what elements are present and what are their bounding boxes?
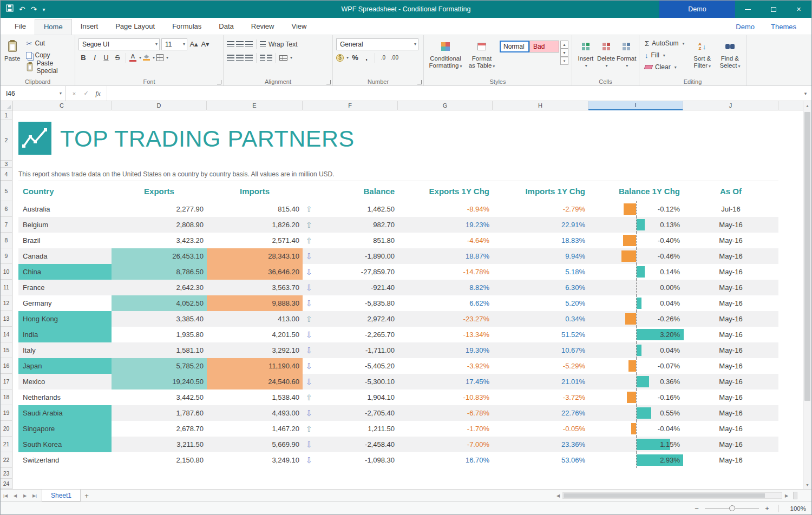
cell-balance[interactable]: 851.80 bbox=[303, 233, 398, 248]
column-header-F[interactable]: F bbox=[303, 101, 398, 110]
cell-exports[interactable]: 5,785.20 bbox=[112, 358, 207, 374]
cell-balance[interactable]: 1,904.10 bbox=[303, 389, 398, 405]
borders-button[interactable] bbox=[156, 54, 163, 61]
column-header-H[interactable]: H bbox=[493, 101, 588, 110]
add-sheet-button[interactable]: + bbox=[81, 492, 93, 500]
format-as-table-button[interactable]: Format as Table▾ bbox=[466, 37, 497, 70]
cell-balance[interactable]: -921.40 bbox=[303, 280, 398, 295]
row-header-8[interactable]: 8 bbox=[1, 233, 12, 248]
cell-exports[interactable]: 26,453.10 bbox=[112, 248, 207, 264]
cell-exports-chg[interactable]: -1.70% bbox=[398, 421, 493, 437]
cell-imports-chg[interactable]: 22.91% bbox=[493, 217, 588, 233]
cell-balance[interactable]: -2,705.40 bbox=[303, 405, 398, 421]
column-header-I[interactable]: I bbox=[588, 101, 683, 110]
chevron-down-icon[interactable]: ▾ bbox=[139, 55, 141, 60]
row-header-17[interactable]: 17 bbox=[1, 374, 12, 389]
undo-icon[interactable]: ↶ bbox=[19, 5, 25, 14]
conditional-formatting-button[interactable]: Conditional Formatting▾ bbox=[427, 37, 464, 70]
cell-exports-chg[interactable]: -8.94% bbox=[398, 201, 493, 217]
fill-color-button[interactable] bbox=[143, 55, 150, 61]
cell-balance-chg[interactable]: 2.93% bbox=[588, 452, 683, 468]
cell-exports-chg[interactable]: 17.45% bbox=[398, 374, 493, 389]
font-dialog-launcher[interactable] bbox=[217, 80, 221, 84]
align-middle-button[interactable] bbox=[236, 41, 244, 47]
fill-button[interactable]: ↓ Fill ▾ bbox=[643, 49, 689, 61]
row-header-2[interactable]: 2 bbox=[1, 120, 12, 161]
chevron-down-icon[interactable]: ▾ bbox=[346, 55, 349, 60]
cell-country[interactable]: Mexico bbox=[18, 374, 112, 389]
zoom-slider[interactable] bbox=[705, 508, 759, 509]
cell-balance-chg[interactable]: 0.36% bbox=[588, 374, 683, 389]
cell-exports-chg[interactable]: -3.92% bbox=[398, 358, 493, 374]
font-name-combo[interactable]: Segoe UI▾ bbox=[78, 38, 160, 50]
cell-style-normal[interactable]: Normal bbox=[500, 41, 529, 52]
cell-country[interactable]: France bbox=[18, 280, 112, 295]
cell-imports[interactable]: 1,826.20⇧ bbox=[207, 217, 303, 233]
cell-exports-chg[interactable]: 8.82% bbox=[398, 280, 493, 295]
cell-as-of[interactable]: May-16 bbox=[683, 389, 778, 405]
name-box[interactable]: I46 ▾ bbox=[1, 86, 66, 101]
chevron-down-icon[interactable]: ▾ bbox=[166, 55, 168, 60]
row-header-1[interactable]: 1 bbox=[1, 110, 12, 120]
decrease-decimal-button[interactable]: .00 bbox=[390, 55, 400, 61]
row-header-15[interactable]: 15 bbox=[1, 342, 12, 358]
next-sheet-button[interactable]: ▶ bbox=[20, 493, 30, 498]
cell-country[interactable]: South Korea bbox=[18, 437, 112, 452]
cell-as-of[interactable]: May-16 bbox=[683, 405, 778, 421]
ribbon-tab-insert[interactable]: Insert bbox=[72, 19, 107, 35]
cell-as-of[interactable]: May-16 bbox=[683, 311, 778, 327]
sort-filter-button[interactable]: AZ ↓ Sort & Filter▾ bbox=[689, 37, 716, 73]
scroll-up-icon[interactable]: ▲ bbox=[803, 101, 811, 110]
alignment-dialog-launcher[interactable] bbox=[326, 80, 331, 84]
first-sheet-button[interactable]: |◀ bbox=[1, 493, 10, 498]
decrease-indent-button[interactable] bbox=[260, 55, 265, 61]
cell-balance-chg[interactable]: -0.07% bbox=[588, 358, 683, 374]
ribbon-link-themes[interactable]: Themes bbox=[771, 23, 796, 31]
prev-sheet-button[interactable]: ◀ bbox=[10, 493, 20, 498]
cell-exports-chg[interactable]: -7.00% bbox=[398, 437, 493, 452]
cell-as-of[interactable]: Jul-16 bbox=[683, 201, 778, 217]
cell-imports-chg[interactable]: 5.20% bbox=[493, 295, 588, 311]
cell-exports[interactable]: 1,935.80 bbox=[112, 327, 207, 342]
cell-imports[interactable]: 815.40⇧ bbox=[207, 201, 303, 217]
cell-balance[interactable]: -27,859.70 bbox=[303, 264, 398, 280]
ribbon-link-demo[interactable]: Demo bbox=[736, 23, 755, 31]
align-center-button[interactable] bbox=[236, 55, 244, 61]
ribbon-tab-file[interactable]: File bbox=[6, 19, 35, 35]
cell-balance-chg[interactable]: -0.12% bbox=[588, 201, 683, 217]
cell-imports-chg[interactable]: 5.18% bbox=[493, 264, 588, 280]
cell-exports[interactable]: 2,277.90 bbox=[112, 201, 207, 217]
cell-exports-chg[interactable]: 6.62% bbox=[398, 295, 493, 311]
cell-balance[interactable]: -1,098.30 bbox=[303, 452, 398, 468]
cell-imports[interactable]: 11,190.40⇩ bbox=[207, 358, 303, 374]
cell-balance[interactable]: 2,972.40 bbox=[303, 311, 398, 327]
row-header-13[interactable]: 13 bbox=[1, 311, 12, 327]
cell-exports-chg[interactable]: -6.78% bbox=[398, 405, 493, 421]
row-header-3[interactable]: 3 bbox=[1, 161, 12, 168]
cell-balance-chg[interactable]: 0.04% bbox=[588, 342, 683, 358]
vertical-scrollbar[interactable]: ▲ ▼ bbox=[803, 101, 811, 489]
cell-imports[interactable]: 3,563.70⇩ bbox=[207, 280, 303, 295]
delete-cells-button[interactable]: Delete ▾ bbox=[596, 37, 617, 69]
cut-button[interactable]: ✂ Cut bbox=[24, 37, 73, 49]
gallery-more-button[interactable]: ▾ bbox=[560, 57, 568, 65]
cell-imports-chg[interactable]: -3.72% bbox=[493, 389, 588, 405]
ribbon-tab-review[interactable]: Review bbox=[243, 19, 283, 35]
cell-exports[interactable]: 1,787.60 bbox=[112, 405, 207, 421]
paste-special-button[interactable]: Paste Special bbox=[24, 61, 73, 73]
row-header-19[interactable]: 19 bbox=[1, 405, 12, 421]
cell-balance[interactable]: -1,711.00 bbox=[303, 342, 398, 358]
cell-as-of[interactable]: May-16 bbox=[683, 295, 778, 311]
accounting-format-button[interactable]: $ bbox=[336, 54, 344, 62]
cell-exports-chg[interactable]: 16.70% bbox=[398, 452, 493, 468]
cell-imports[interactable]: 36,646.20⇩ bbox=[207, 264, 303, 280]
cell-balance[interactable]: -2,458.40 bbox=[303, 437, 398, 452]
gallery-down-button[interactable]: ▼ bbox=[560, 49, 568, 57]
shrink-font-button[interactable]: A▾ bbox=[200, 40, 210, 48]
align-bottom-button[interactable] bbox=[245, 41, 253, 47]
chevron-down-icon[interactable]: ▾ bbox=[153, 55, 155, 60]
cell-balance[interactable]: -5,405.20 bbox=[303, 358, 398, 374]
cell-balance-chg[interactable]: 0.14% bbox=[588, 264, 683, 280]
zoom-in-button[interactable]: + bbox=[763, 504, 771, 512]
row-header-11[interactable]: 11 bbox=[1, 280, 12, 295]
